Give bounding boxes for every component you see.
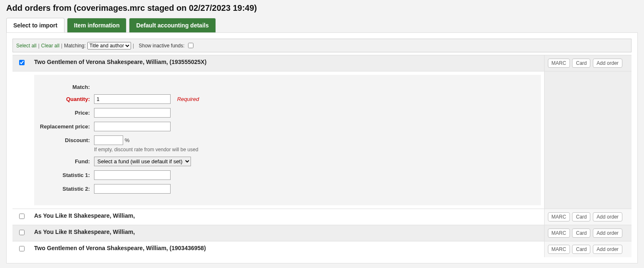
select-all-link[interactable]: Select all: [16, 43, 37, 49]
price-input[interactable]: [94, 108, 171, 118]
marc-button[interactable]: MARC: [548, 245, 570, 254]
matching-label: Matching:: [64, 43, 86, 49]
record-detail-row: Match: Quantity: Required: [12, 71, 632, 209]
discount-label: Discount:: [40, 135, 94, 143]
separator: |: [61, 43, 62, 49]
marc-button[interactable]: MARC: [548, 212, 570, 221]
table-row: As You Like It Shakespeare, William, MAR…: [12, 209, 632, 225]
record-title: As You Like It Shakespeare, William,: [31, 225, 544, 241]
record-title: Two Gentlemen of Verona Shakespeare, Wil…: [31, 241, 544, 258]
statistic-2-label: Statistic 2:: [40, 184, 94, 192]
separator: |: [38, 43, 40, 49]
card-button[interactable]: Card: [572, 245, 590, 254]
tab-default-accounting-details[interactable]: Default accounting details: [129, 18, 215, 32]
record-title: Two Gentlemen of Verona Shakespeare, Wil…: [31, 55, 544, 71]
card-button[interactable]: Card: [572, 229, 590, 238]
record-title: As You Like It Shakespeare, William,: [31, 209, 544, 225]
tabs: Select to import Item information Defaul…: [6, 18, 638, 32]
discount-percent-suffix: %: [125, 137, 130, 143]
record-checkbox[interactable]: [19, 60, 25, 65]
add-order-button[interactable]: Add order: [593, 229, 622, 238]
replacement-price-input[interactable]: [94, 122, 171, 131]
discount-hint: If empty, discount rate from vendor will…: [94, 147, 198, 152]
discount-input[interactable]: [94, 135, 123, 145]
table-row: Two Gentlemen of Verona Shakespeare, Wil…: [12, 241, 632, 258]
marc-button[interactable]: MARC: [548, 229, 570, 238]
add-order-button[interactable]: Add order: [593, 59, 622, 68]
records-table: Two Gentlemen of Verona Shakespeare, Wil…: [12, 55, 632, 257]
card-button[interactable]: Card: [572, 212, 590, 221]
tab-panel: Select all | Clear all | Matching: Title…: [6, 32, 638, 263]
statistic-1-label: Statistic 1:: [40, 170, 94, 178]
fund-label: Fund:: [40, 157, 94, 165]
records-toolbar: Select all | Clear all | Matching: Title…: [12, 39, 632, 52]
page-title: Add orders from (coverimages.mrc staged …: [6, 3, 638, 13]
order-detail-form: Match: Quantity: Required: [34, 75, 541, 205]
quantity-label: Quantity:: [40, 94, 94, 102]
tab-item-information[interactable]: Item information: [67, 18, 127, 32]
record-checkbox[interactable]: [19, 214, 25, 219]
price-label: Price:: [40, 108, 94, 116]
record-checkbox[interactable]: [19, 230, 25, 235]
match-label: Match:: [40, 82, 94, 90]
statistic-1-input[interactable]: [94, 170, 171, 180]
show-inactive-funds-label: Show inactive funds:: [139, 43, 184, 49]
record-checkbox[interactable]: [19, 246, 25, 251]
marc-button[interactable]: MARC: [548, 59, 570, 68]
fund-select[interactable]: Select a fund (will use default if set): [94, 157, 191, 166]
tab-select-to-import[interactable]: Select to import: [6, 18, 64, 32]
add-order-button[interactable]: Add order: [593, 212, 622, 221]
matching-select[interactable]: Title and author: [87, 42, 131, 49]
required-indicator: Required: [177, 96, 199, 102]
clear-all-link[interactable]: Clear all: [41, 43, 59, 49]
replacement-price-label: Replacement price:: [40, 122, 94, 130]
card-button[interactable]: Card: [572, 59, 590, 68]
statistic-2-input[interactable]: [94, 184, 171, 194]
separator: |: [133, 43, 134, 49]
table-row: As You Like It Shakespeare, William, MAR…: [12, 225, 632, 241]
show-inactive-funds-checkbox[interactable]: [188, 43, 193, 48]
quantity-input[interactable]: [94, 94, 171, 104]
add-order-button[interactable]: Add order: [593, 245, 622, 254]
table-row: Two Gentlemen of Verona Shakespeare, Wil…: [12, 55, 632, 71]
